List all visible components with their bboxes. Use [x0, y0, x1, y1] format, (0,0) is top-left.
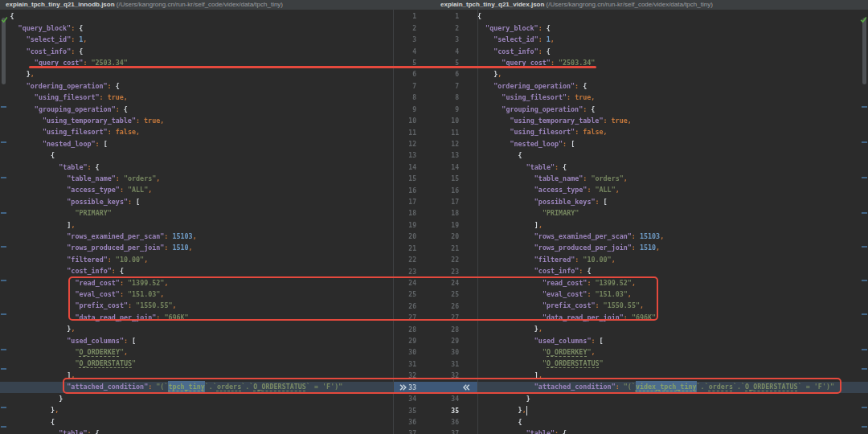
line-number-left-23[interactable]: 23 [393, 266, 416, 277]
code-line-left-34[interactable]: } [0, 393, 393, 404]
code-line-left-9[interactable]: "grouping_operation": { [0, 104, 393, 115]
code-line-right-37[interactable]: "table": { [477, 428, 868, 434]
line-number-right-27[interactable]: 27 [436, 313, 459, 324]
line-number-left-31[interactable]: 31 [393, 358, 416, 370]
line-number-right-32[interactable]: 32 [436, 371, 459, 382]
line-number-left-29[interactable]: 29 [393, 335, 416, 346]
line-number-right-23[interactable]: 23 [436, 266, 459, 277]
code-line-left-11[interactable]: "using_filesort": false, [0, 126, 393, 137]
line-number-left-8[interactable]: 8 [393, 92, 416, 104]
line-number-right-21[interactable]: 21 [436, 243, 459, 254]
scrollbar-diff-mark-left-4[interactable] [1, 246, 6, 248]
code-line-left-2[interactable]: "query_block": { [0, 23, 393, 34]
code-line-left-14[interactable]: "table": { [0, 162, 393, 173]
line-number-right-1[interactable]: 1 [436, 11, 459, 23]
code-line-left-19[interactable]: ], [0, 219, 393, 231]
line-number-left-6[interactable]: 6 [393, 69, 416, 80]
line-number-right-35[interactable]: 35 [436, 405, 459, 416]
line-number-left-4[interactable]: 4 [393, 46, 416, 57]
code-line-left-32[interactable]: ], [0, 370, 393, 381]
line-number-left-20[interactable]: 20 [393, 231, 416, 243]
code-pane-left[interactable]: {"query_block": {"select_id": 1,"cost_in… [0, 10, 393, 434]
scrollbar-diff-mark-right-8[interactable] [862, 368, 867, 370]
line-number-right-34[interactable]: 34 [436, 393, 459, 404]
scrollbar-diff-mark-right-4[interactable] [862, 246, 867, 248]
code-line-left-16[interactable]: "access_type": "ALL", [0, 184, 393, 195]
code-line-left-15[interactable]: "table_name": "orders", [0, 173, 393, 184]
line-number-left-17[interactable]: 17 [393, 196, 416, 207]
line-number-right-19[interactable]: 19 [436, 219, 459, 231]
code-line-right-17[interactable]: "possible_keys": [ [477, 196, 868, 207]
line-number-left-28[interactable]: 28 [393, 324, 416, 335]
code-line-left-18[interactable]: "PRIMARY" [0, 207, 393, 219]
line-number-left-13[interactable]: 13 [393, 150, 416, 162]
line-number-left-21[interactable]: 21 [393, 243, 416, 254]
line-number-left-27[interactable]: 27 [393, 313, 416, 324]
code-line-left-30[interactable]: "O_ORDERKEY", [0, 346, 393, 358]
scrollbar-diff-mark-left-0[interactable] [1, 106, 6, 108]
code-line-right-24[interactable]: "read_cost": "1399.52", [477, 277, 868, 289]
line-number-right-5[interactable]: 5 [436, 57, 459, 68]
scrollbar-diff-mark-left-9[interactable] [1, 407, 6, 408]
line-number-right-30[interactable]: 30 [436, 347, 459, 358]
line-number-right-24[interactable]: 24 [436, 277, 459, 289]
code-line-right-13[interactable]: { [477, 149, 868, 161]
line-number-left-35[interactable]: 35 [393, 405, 416, 416]
scrollbar-thumb-left[interactable] [2, 18, 6, 84]
scrollbar-diff-mark-left-10[interactable] [1, 426, 6, 428]
code-line-left-4[interactable]: "cost_info": { [0, 46, 393, 57]
code-line-right-2[interactable]: "query_block": { [477, 23, 868, 34]
line-number-right-10[interactable]: 10 [436, 115, 459, 126]
line-number-right-29[interactable]: 29 [436, 335, 459, 346]
line-number-right-26[interactable]: 26 [436, 301, 459, 312]
line-number-left-36[interactable]: 36 [393, 416, 416, 428]
code-line-left-28[interactable]: }, [0, 323, 393, 334]
code-line-right-11[interactable]: "using_filesort": false, [477, 126, 868, 137]
code-line-right-7[interactable]: "ordering_operation": { [477, 80, 868, 92]
code-line-right-29[interactable]: "used_columns": [ [477, 335, 868, 346]
line-number-left-32[interactable]: 32 [393, 371, 416, 382]
line-number-left-19[interactable]: 19 [393, 219, 416, 231]
inspection-check-icon-left[interactable] [1, 11, 8, 18]
line-number-right-8[interactable]: 8 [436, 92, 459, 104]
line-number-right-4[interactable]: 4 [436, 46, 459, 57]
code-line-right-6[interactable]: }, [477, 68, 868, 80]
line-number-left-1[interactable]: 1 [393, 11, 416, 23]
scrollbar-diff-mark-right-5[interactable] [862, 280, 867, 281]
code-line-left-7[interactable]: "ordering_operation": { [0, 80, 393, 92]
code-line-right-21[interactable]: "rows_produced_per_join": 1510, [477, 242, 868, 253]
line-number-right-22[interactable]: 22 [436, 254, 459, 265]
line-number-right-14[interactable]: 14 [436, 162, 459, 173]
line-number-left-37[interactable]: 37 [393, 428, 416, 434]
line-number-right-17[interactable]: 17 [436, 196, 459, 207]
line-number-right-3[interactable]: 3 [436, 34, 459, 45]
code-line-left-20[interactable]: "rows_examined_per_scan": 15103, [0, 231, 393, 242]
line-number-right-2[interactable]: 2 [436, 23, 459, 34]
code-line-left-13[interactable]: { [0, 149, 393, 161]
code-line-left-26[interactable]: "prefix_cost": "1550.55", [0, 300, 393, 311]
code-line-right-9[interactable]: "grouping_operation": { [477, 104, 868, 115]
line-number-left-7[interactable]: 7 [393, 80, 416, 92]
line-number-left-2[interactable]: 2 [393, 23, 416, 34]
line-number-right-6[interactable]: 6 [436, 69, 459, 80]
code-line-right-33[interactable]: "attached_condition": "(`videx_tpch_tiny… [477, 381, 868, 392]
scrollbar-diff-mark-left-5[interactable] [1, 280, 6, 281]
code-line-left-33[interactable]: "attached_condition": "(`tpch_tiny`.`ord… [0, 381, 393, 392]
scrollbar-diff-mark-left-6[interactable] [1, 313, 6, 315]
scrollbar-diff-mark-right-10[interactable] [862, 426, 867, 428]
code-line-left-31[interactable]: "O_ORDERSTATUS" [0, 358, 393, 369]
scrollbar-diff-mark-right-7[interactable] [862, 349, 867, 350]
scrollbar-diff-mark-left-2[interactable] [1, 177, 6, 178]
apply-diff-left-chevron[interactable] [463, 382, 470, 393]
code-line-right-3[interactable]: "select_id": 1, [477, 34, 868, 45]
line-number-right-9[interactable]: 9 [436, 104, 459, 115]
scrollbar-diff-mark-left-1[interactable] [1, 141, 6, 143]
code-line-left-29[interactable]: "used_columns": [ [0, 335, 393, 346]
line-number-left-16[interactable]: 16 [393, 185, 416, 196]
code-line-right-32[interactable]: ], [477, 370, 868, 381]
code-line-left-5[interactable]: "query_cost": "2503.34" [0, 57, 393, 68]
code-line-left-3[interactable]: "select_id": 1, [0, 34, 393, 45]
line-number-left-14[interactable]: 14 [393, 162, 416, 173]
code-line-left-12[interactable]: "nested_loop": [ [0, 138, 393, 149]
line-number-right-37[interactable]: 37 [436, 428, 459, 434]
